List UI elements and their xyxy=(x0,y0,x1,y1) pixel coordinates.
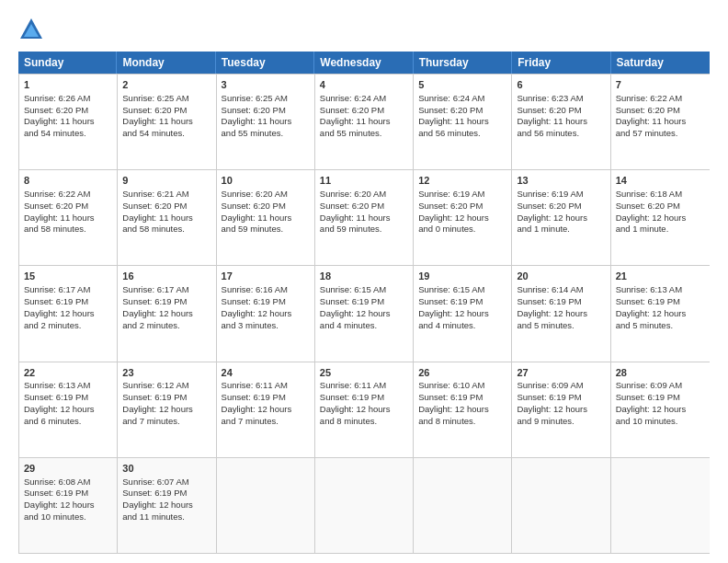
day-info-line: Daylight: 12 hours xyxy=(517,404,605,416)
day-info-line: and 58 minutes. xyxy=(24,224,112,236)
header-day-sunday: Sunday xyxy=(18,52,117,74)
day-info-line: Sunset: 6:20 PM xyxy=(616,105,705,117)
day-number: 22 xyxy=(24,366,112,380)
day-info-line: and 6 minutes. xyxy=(24,416,112,428)
day-info-line: Daylight: 12 hours xyxy=(418,404,506,416)
day-info-line: Sunset: 6:19 PM xyxy=(24,392,112,404)
calendar-day-21: 21Sunrise: 6:13 AMSunset: 6:19 PMDayligh… xyxy=(611,266,710,361)
day-info-line: Sunrise: 6:11 AM xyxy=(222,380,310,392)
calendar-day-4: 4Sunrise: 6:24 AMSunset: 6:20 PMDaylight… xyxy=(315,75,414,169)
calendar-day-14: 14Sunrise: 6:18 AMSunset: 6:20 PMDayligh… xyxy=(611,170,710,265)
header-day-wednesday: Wednesday xyxy=(314,52,413,74)
day-info-line: Daylight: 12 hours xyxy=(418,213,506,224)
calendar-day-1: 1Sunrise: 6:26 AMSunset: 6:20 PMDaylight… xyxy=(19,75,118,169)
day-info-line: Sunset: 6:19 PM xyxy=(517,392,605,404)
calendar-week-2: 8Sunrise: 6:22 AMSunset: 6:20 PMDaylight… xyxy=(19,169,710,265)
logo xyxy=(18,17,50,42)
day-number: 24 xyxy=(222,366,310,380)
day-info-line: Sunrise: 6:21 AM xyxy=(122,189,210,201)
day-info-line: Sunrise: 6:09 AM xyxy=(517,380,605,392)
day-info-line: Daylight: 12 hours xyxy=(122,500,210,511)
calendar-day-12: 12Sunrise: 6:19 AMSunset: 6:20 PMDayligh… xyxy=(414,170,512,265)
day-info-line: Sunrise: 6:13 AM xyxy=(616,284,705,296)
day-number: 6 xyxy=(517,78,605,92)
day-info-line: Sunset: 6:20 PM xyxy=(320,105,408,117)
day-info-line: Sunrise: 6:13 AM xyxy=(24,380,112,392)
calendar-day-15: 15Sunrise: 6:17 AMSunset: 6:19 PMDayligh… xyxy=(19,266,118,361)
day-number: 30 xyxy=(122,462,210,476)
day-info-line: and 1 minute. xyxy=(517,224,605,236)
day-info-line: Sunset: 6:20 PM xyxy=(517,105,605,117)
day-info-line: Sunset: 6:19 PM xyxy=(24,296,112,308)
day-info-line: Sunrise: 6:19 AM xyxy=(517,189,605,201)
day-number: 17 xyxy=(222,270,310,283)
day-number: 14 xyxy=(616,174,705,188)
day-number: 19 xyxy=(418,270,506,283)
day-info-line: Daylight: 11 hours xyxy=(320,213,408,224)
day-info-line: Sunrise: 6:26 AM xyxy=(24,93,112,105)
calendar: SundayMondayTuesdayWednesdayThursdayFrid… xyxy=(18,52,710,554)
header-day-tuesday: Tuesday xyxy=(216,52,314,74)
day-info-line: and 56 minutes. xyxy=(418,128,506,140)
day-number: 20 xyxy=(517,270,605,283)
day-number: 13 xyxy=(517,174,605,188)
day-info-line: and 57 minutes. xyxy=(616,128,705,140)
day-info-line: Sunrise: 6:18 AM xyxy=(616,189,705,201)
day-info-line: Sunset: 6:20 PM xyxy=(122,201,210,213)
calendar-day-2: 2Sunrise: 6:25 AMSunset: 6:20 PMDaylight… xyxy=(118,75,216,169)
calendar-empty-cell xyxy=(315,458,414,553)
day-info-line: Sunrise: 6:07 AM xyxy=(122,477,210,488)
calendar-week-4: 22Sunrise: 6:13 AMSunset: 6:19 PMDayligh… xyxy=(19,362,710,457)
day-info-line: Sunset: 6:19 PM xyxy=(517,296,605,308)
day-number: 1 xyxy=(24,78,112,92)
day-info-line: and 0 minutes. xyxy=(418,224,506,236)
day-info-line: Sunrise: 6:09 AM xyxy=(616,380,705,392)
day-info-line: Sunset: 6:20 PM xyxy=(122,105,210,117)
day-info-line: Sunset: 6:19 PM xyxy=(418,296,506,308)
day-info-line: and 5 minutes. xyxy=(616,320,705,332)
day-info-line: Sunset: 6:19 PM xyxy=(616,392,705,404)
calendar-day-6: 6Sunrise: 6:23 AMSunset: 6:20 PMDaylight… xyxy=(512,75,610,169)
day-info-line: Sunset: 6:20 PM xyxy=(418,201,506,213)
day-info-line: Sunrise: 6:20 AM xyxy=(320,189,408,201)
calendar-day-27: 27Sunrise: 6:09 AMSunset: 6:19 PMDayligh… xyxy=(512,362,610,457)
day-info-line: Sunrise: 6:14 AM xyxy=(517,284,605,296)
header-day-saturday: Saturday xyxy=(611,52,710,74)
day-number: 4 xyxy=(320,78,408,92)
day-info-line: Sunrise: 6:11 AM xyxy=(320,380,408,392)
day-info-line: and 59 minutes. xyxy=(320,224,408,236)
day-info-line: Sunrise: 6:12 AM xyxy=(122,380,210,392)
day-number: 29 xyxy=(24,462,112,476)
calendar-day-8: 8Sunrise: 6:22 AMSunset: 6:20 PMDaylight… xyxy=(19,170,118,265)
day-info-line: Sunset: 6:20 PM xyxy=(222,201,310,213)
day-info-line: Sunrise: 6:20 AM xyxy=(222,189,310,201)
day-info-line: Sunrise: 6:10 AM xyxy=(418,380,506,392)
calendar-day-18: 18Sunrise: 6:15 AMSunset: 6:19 PMDayligh… xyxy=(315,266,414,361)
day-info-line: Sunset: 6:19 PM xyxy=(418,392,506,404)
day-info-line: Daylight: 12 hours xyxy=(320,308,408,320)
day-info-line: and 10 minutes. xyxy=(616,416,705,428)
day-info-line: Sunset: 6:19 PM xyxy=(320,392,408,404)
calendar-day-13: 13Sunrise: 6:19 AMSunset: 6:20 PMDayligh… xyxy=(512,170,610,265)
day-info-line: Sunset: 6:19 PM xyxy=(320,296,408,308)
day-number: 28 xyxy=(616,366,705,380)
day-info-line: and 4 minutes. xyxy=(320,320,408,332)
day-info-line: and 55 minutes. xyxy=(222,128,310,140)
day-info-line: Daylight: 12 hours xyxy=(616,308,705,320)
day-info-line: Daylight: 12 hours xyxy=(418,308,506,320)
day-info-line: Daylight: 12 hours xyxy=(24,404,112,416)
day-info-line: and 55 minutes. xyxy=(320,128,408,140)
day-info-line: and 2 minutes. xyxy=(122,320,210,332)
day-info-line: and 5 minutes. xyxy=(517,320,605,332)
day-number: 26 xyxy=(418,366,506,380)
day-info-line: Daylight: 11 hours xyxy=(616,116,705,128)
day-info-line: Sunrise: 6:24 AM xyxy=(320,93,408,105)
day-number: 9 xyxy=(122,174,210,188)
day-info-line: Daylight: 12 hours xyxy=(616,213,705,224)
day-info-line: Sunset: 6:20 PM xyxy=(517,201,605,213)
calendar-day-29: 29Sunrise: 6:08 AMSunset: 6:19 PMDayligh… xyxy=(19,458,118,553)
page: SundayMondayTuesdayWednesdayThursdayFrid… xyxy=(0,0,728,563)
day-number: 12 xyxy=(418,174,506,188)
day-info-line: Sunrise: 6:24 AM xyxy=(418,93,506,105)
calendar-day-7: 7Sunrise: 6:22 AMSunset: 6:20 PMDaylight… xyxy=(611,75,710,169)
